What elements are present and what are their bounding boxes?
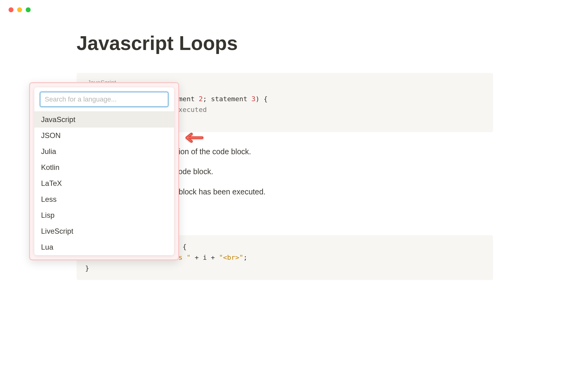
arrow-left-icon [181, 130, 204, 145]
language-dropdown-inner: JavaScript JSON Julia Kotlin LaTeX Less … [34, 87, 174, 255]
language-dropdown-panel: JavaScript JSON Julia Kotlin LaTeX Less … [29, 82, 179, 260]
language-dropdown-list: JavaScript JSON Julia Kotlin LaTeX Less … [34, 112, 174, 255]
language-option-javascript[interactable]: JavaScript [34, 112, 174, 128]
language-option-latex[interactable]: LaTeX [34, 175, 174, 191]
language-option-lua[interactable]: Lua [34, 239, 174, 255]
language-option-lisp[interactable]: Lisp [34, 207, 174, 223]
language-search-input[interactable] [40, 92, 168, 107]
window-controls [0, 0, 588, 20]
page-title: Javascript Loops [77, 32, 527, 55]
language-option-livescript[interactable]: LiveScript [34, 223, 174, 239]
language-option-julia[interactable]: Julia [34, 144, 174, 159]
minimize-window-button[interactable] [17, 7, 22, 12]
maximize-window-button[interactable] [26, 7, 31, 12]
language-option-less[interactable]: Less [34, 191, 174, 207]
search-wrapper [34, 87, 174, 112]
close-window-button[interactable] [9, 7, 13, 12]
language-option-json[interactable]: JSON [34, 128, 174, 144]
arrow-annotation [181, 130, 204, 146]
language-option-kotlin[interactable]: Kotlin [34, 159, 174, 175]
